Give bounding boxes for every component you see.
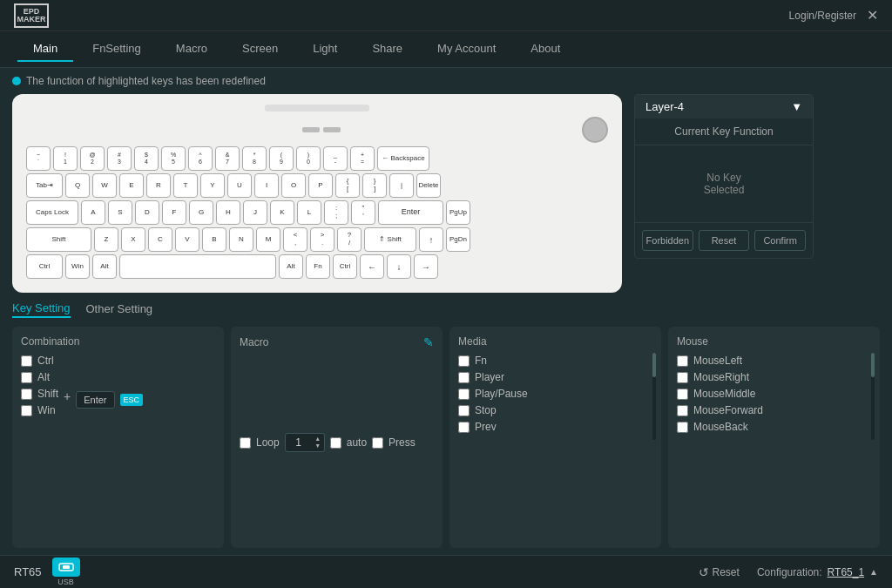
key-win[interactable]: Win (65, 254, 90, 279)
key-s[interactable]: S (108, 200, 132, 225)
key-y[interactable]: Y (200, 173, 225, 198)
key-capslock[interactable]: Caps Lock (26, 200, 78, 225)
key-comma[interactable]: <, (283, 227, 307, 252)
close-button[interactable]: ✕ (867, 9, 878, 23)
loop-down-arrow[interactable]: ▼ (312, 443, 324, 449)
key-tilde[interactable]: ~` (26, 146, 51, 171)
key-p[interactable]: P (308, 173, 333, 198)
confirm-button[interactable]: Confirm (754, 230, 806, 251)
key-v[interactable]: V (175, 227, 199, 252)
key-t[interactable]: T (173, 173, 198, 198)
status-reset-button[interactable]: ↺ Reset (699, 565, 740, 579)
key-backspace[interactable]: ← Backspace (377, 146, 429, 171)
alt-checkbox[interactable] (21, 372, 32, 383)
nav-fnsetting[interactable]: FnSetting (77, 37, 157, 62)
key-m[interactable]: M (256, 227, 280, 252)
mouse-forward-checkbox[interactable] (677, 405, 688, 416)
mouse-right-checkbox[interactable] (677, 372, 688, 383)
loop-checkbox[interactable] (240, 437, 251, 449)
layer-selector[interactable]: Layer-4 ▼ (635, 95, 813, 118)
key-space[interactable] (119, 254, 276, 279)
key-1[interactable]: !1 (53, 146, 78, 171)
key-e[interactable]: E (119, 173, 144, 198)
nav-light[interactable]: Light (297, 37, 353, 62)
nav-main[interactable]: Main (17, 37, 73, 62)
win-checkbox[interactable] (21, 405, 32, 416)
media-fn-checkbox[interactable] (458, 355, 470, 367)
key-n[interactable]: N (229, 227, 253, 252)
mouse-back-checkbox[interactable] (677, 422, 688, 433)
key-right[interactable]: → (414, 254, 438, 279)
key-x[interactable]: X (121, 227, 145, 252)
key-h[interactable]: H (216, 200, 240, 225)
key-down[interactable]: ↓ (387, 254, 411, 279)
media-playpause-checkbox[interactable] (458, 389, 470, 400)
key-period[interactable]: >. (310, 227, 334, 252)
nav-share[interactable]: Share (356, 37, 418, 62)
key-q[interactable]: Q (65, 173, 90, 198)
key-i[interactable]: I (254, 173, 279, 198)
key-u[interactable]: U (227, 173, 252, 198)
press-checkbox[interactable] (372, 437, 383, 449)
key-quote[interactable]: "' (351, 200, 375, 225)
key-rbracket[interactable]: }] (362, 173, 387, 198)
key-rshift[interactable]: ⇑ Shift (364, 227, 416, 252)
key-lshift[interactable]: Shift (26, 227, 91, 252)
key-lctrl[interactable]: Ctrl (26, 254, 63, 279)
key-w[interactable]: W (92, 173, 117, 198)
key-d[interactable]: D (135, 200, 159, 225)
mouse-left-checkbox[interactable] (677, 355, 688, 367)
loop-up-arrow[interactable]: ▲ (312, 436, 324, 443)
key-o[interactable]: O (281, 173, 306, 198)
nav-myaccount[interactable]: My Account (422, 37, 511, 62)
key-8[interactable]: *8 (242, 146, 267, 171)
key-minus[interactable]: _- (323, 146, 348, 171)
key-4[interactable]: $4 (134, 146, 159, 171)
tab-other-setting[interactable]: Other Setting (86, 302, 153, 317)
key-slash[interactable]: ?/ (337, 227, 362, 252)
key-equals[interactable]: += (350, 146, 375, 171)
ctrl-checkbox[interactable] (21, 355, 32, 367)
key-z[interactable]: Z (94, 227, 118, 252)
key-semicolon[interactable]: :; (324, 200, 348, 225)
key-0[interactable]: )0 (296, 146, 321, 171)
key-7[interactable]: &7 (215, 146, 240, 171)
key-2[interactable]: @2 (80, 146, 105, 171)
tab-key-setting[interactable]: Key Setting (12, 301, 71, 318)
key-lalt[interactable]: Alt (92, 254, 117, 279)
media-stop-checkbox[interactable] (458, 405, 470, 416)
key-up[interactable]: ↑ (419, 227, 443, 252)
nav-about[interactable]: About (515, 37, 576, 62)
key-k[interactable]: K (270, 200, 294, 225)
key-left[interactable]: ← (360, 254, 384, 279)
auto-checkbox[interactable] (330, 437, 341, 449)
key-6[interactable]: ^6 (188, 146, 213, 171)
shift-checkbox[interactable] (21, 389, 32, 400)
key-9[interactable]: (9 (269, 146, 294, 171)
key-r[interactable]: R (146, 173, 171, 198)
key-g[interactable]: G (189, 200, 213, 225)
reset-key-button[interactable]: Reset (699, 230, 750, 251)
nav-screen[interactable]: Screen (226, 37, 294, 62)
key-tab[interactable]: Tab⇥ (26, 173, 63, 198)
key-backslash[interactable]: | (389, 173, 414, 198)
macro-edit-icon[interactable]: ✎ (423, 335, 434, 349)
key-c[interactable]: C (148, 227, 172, 252)
config-arrow[interactable]: ▲ (869, 567, 878, 577)
mouse-middle-checkbox[interactable] (677, 389, 688, 400)
key-delete[interactable]: Delete (416, 173, 441, 198)
key-5[interactable]: %5 (161, 146, 186, 171)
key-l[interactable]: L (297, 200, 321, 225)
key-a[interactable]: A (81, 200, 105, 225)
key-fn[interactable]: Fn (306, 254, 330, 279)
media-player-checkbox[interactable] (458, 372, 470, 383)
login-button[interactable]: Login/Register (789, 10, 856, 22)
key-3[interactable]: #3 (107, 146, 132, 171)
nav-macro[interactable]: Macro (160, 37, 223, 62)
key-lbracket[interactable]: {[ (335, 173, 360, 198)
forbidden-button[interactable]: Forbidden (642, 230, 693, 251)
key-rctrl[interactable]: Ctrl (333, 254, 357, 279)
media-prev-checkbox[interactable] (458, 422, 470, 433)
key-ralt[interactable]: Alt (279, 254, 303, 279)
key-enter[interactable]: Enter (378, 200, 443, 225)
